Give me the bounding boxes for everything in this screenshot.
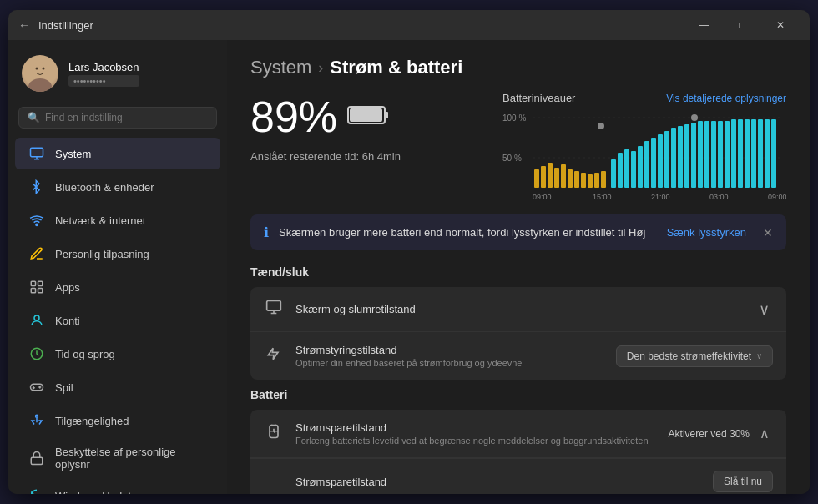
activate-label: Aktiverer ved 30%: [669, 428, 750, 440]
user-info: Lars Jacobsen ••••••••••: [68, 61, 139, 87]
sidebar-item-privatliv[interactable]: Beskyttelse af personlige oplysnr: [15, 438, 220, 478]
sidebar-item-bluetooth[interactable]: Bluetooth & enheder: [15, 171, 220, 203]
breadcrumb: System › Strøm & batteri: [250, 57, 786, 78]
sidebar-item-apps[interactable]: Apps: [15, 271, 220, 303]
sidebar-item-network[interactable]: Netværk & internet: [15, 204, 220, 236]
stroem-action[interactable]: Den bedste strømeffektivitet ∨: [616, 345, 773, 367]
slaa-button[interactable]: Slå til nu: [713, 471, 773, 492]
svg-rect-24: [548, 163, 553, 188]
slaa-title: Strømsparetilstand: [295, 476, 701, 488]
svg-text:21:00: 21:00: [651, 193, 670, 201]
titlebar: ← Indstillinger — □ ✕: [8, 10, 810, 40]
slaa-action[interactable]: Slå til nu: [713, 471, 773, 492]
sidebar-label-apps: Apps: [55, 281, 80, 294]
close-button[interactable]: ✕: [761, 10, 800, 40]
skaerm-row[interactable]: Skærm og slumretilstand ∨: [250, 287, 786, 332]
search-input[interactable]: [45, 112, 208, 123]
svg-rect-27: [568, 169, 573, 188]
user-sub: ••••••••••: [68, 75, 139, 87]
svg-rect-31: [594, 173, 599, 188]
info-text: Skærmen bruger mere batteri end normalt,…: [279, 226, 657, 239]
search-box[interactable]: 🔍: [18, 107, 217, 129]
battery-percent: 89%: [250, 92, 337, 142]
breadcrumb-system: System: [250, 57, 311, 78]
svg-rect-29: [581, 173, 586, 188]
sidebar-item-spil[interactable]: Spil: [15, 371, 220, 403]
batteri-card: Strømsparetilstand Forlæng batteriets le…: [250, 410, 786, 494]
sidebar-item-tid[interactable]: Tid og sprog: [15, 338, 220, 370]
svg-rect-49: [718, 121, 723, 188]
svg-rect-55: [758, 119, 763, 188]
svg-rect-51: [731, 119, 736, 188]
svg-rect-32: [601, 171, 606, 188]
stroem-dropdown[interactable]: Den bedste strømeffektivitet ∨: [616, 345, 773, 367]
svg-rect-8: [31, 289, 35, 293]
sparetilstand-collapse-icon[interactable]: ∧: [756, 426, 773, 441]
svg-rect-26: [561, 164, 566, 188]
skaerm-title: Skærm og slumretilstand: [295, 303, 744, 315]
sidebar-label-update: Windows Update: [55, 490, 137, 495]
svg-rect-4: [31, 148, 43, 157]
svg-rect-56: [765, 119, 770, 188]
stroem-row[interactable]: Strømstyringstilstand Optimer din enhed …: [250, 332, 786, 380]
svg-rect-50: [725, 121, 730, 188]
svg-rect-34: [618, 153, 623, 188]
svg-point-2: [36, 68, 38, 70]
sidebar-label-konti: Konti: [55, 315, 80, 327]
chart-link[interactable]: Vis detaljerede oplysninger: [666, 93, 786, 104]
user-name: Lars Jacobsen: [68, 61, 139, 73]
sidebar-item-konti[interactable]: Konti: [15, 305, 220, 336]
info-close-button[interactable]: ✕: [763, 226, 773, 239]
svg-rect-7: [38, 281, 43, 285]
svg-rect-22: [534, 169, 539, 188]
sidebar-label-system: System: [55, 148, 91, 160]
battery-icon: [347, 102, 389, 133]
battery-chart: Batteriniveauer Vis detaljerede oplysnin…: [502, 92, 786, 201]
svg-rect-44: [684, 124, 689, 188]
sidebar-label-personlig: Personlig tilpasning: [55, 248, 149, 260]
search-icon: 🔍: [28, 112, 40, 123]
svg-point-3: [43, 68, 45, 70]
svg-rect-65: [267, 301, 281, 311]
svg-rect-36: [631, 151, 636, 188]
svg-text:50 %: 50 %: [502, 154, 522, 163]
svg-rect-33: [611, 159, 616, 188]
sparetilstand-row[interactable]: Strømsparetilstand Forlæng batteriets le…: [250, 410, 786, 458]
svg-point-1: [28, 78, 52, 92]
svg-rect-42: [671, 128, 676, 188]
svg-rect-38: [644, 141, 649, 188]
skaerm-expand-icon[interactable]: ∨: [755, 300, 773, 319]
apps-icon: [28, 279, 45, 295]
stroem-chevron-icon: ∨: [756, 351, 762, 360]
sidebar-item-tilgaengelighed[interactable]: Tilgængelighed: [15, 405, 220, 436]
sidebar-label-tilgaengelighed: Tilgængelighed: [55, 415, 129, 427]
sidebar-item-system[interactable]: System: [15, 138, 220, 169]
sidebar-item-update[interactable]: Windows Update: [15, 480, 220, 494]
network-icon: [28, 212, 45, 229]
sparetilstand-title: Strømsparetilstand: [295, 421, 657, 434]
svg-rect-23: [541, 166, 546, 188]
skaerm-icon: [264, 299, 284, 320]
info-icon: ℹ: [264, 224, 269, 240]
svg-rect-17: [350, 108, 382, 122]
svg-rect-40: [658, 134, 663, 188]
minimize-button[interactable]: —: [684, 10, 723, 40]
svg-text:03:00: 03:00: [709, 193, 729, 201]
sidebar-item-personlig[interactable]: Personlig tilpasning: [15, 238, 220, 270]
stroem-title: Strømstyringstilstand: [295, 344, 604, 356]
svg-rect-30: [588, 174, 593, 188]
stroem-content: Strømstyringstilstand Optimer din enhed …: [295, 344, 604, 368]
skaerm-action: ∨: [755, 300, 773, 319]
info-action-link[interactable]: Sænk lysstyrken: [667, 226, 746, 239]
maximize-button[interactable]: □: [723, 10, 761, 40]
bluetooth-icon: [28, 179, 45, 195]
slaa-til-row: Strømsparetilstand Slå til nu: [250, 458, 786, 494]
back-button[interactable]: ←: [18, 18, 30, 32]
sparetilstand-content: Strømsparetilstand Forlæng batteriets le…: [295, 421, 657, 446]
svg-point-59: [691, 114, 698, 121]
svg-rect-52: [738, 119, 743, 188]
svg-point-13: [36, 415, 38, 417]
svg-rect-25: [554, 168, 559, 188]
svg-text:09:00: 09:00: [533, 193, 552, 201]
tilgaengelighed-icon: [28, 412, 45, 429]
